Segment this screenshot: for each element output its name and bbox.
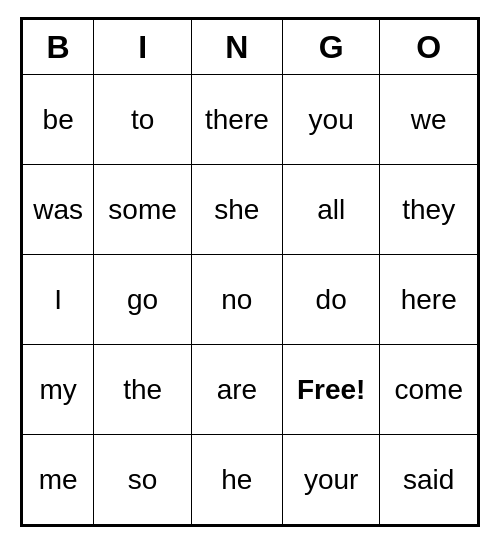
bingo-card: B I N G O betothereyouwewassomesheallthe…: [20, 17, 480, 527]
table-cell: there: [191, 75, 282, 165]
table-cell: we: [380, 75, 478, 165]
table-cell: was: [23, 165, 94, 255]
table-cell: they: [380, 165, 478, 255]
table-cell: Free!: [282, 345, 380, 435]
table-cell: to: [94, 75, 192, 165]
table-cell: the: [94, 345, 192, 435]
table-cell: are: [191, 345, 282, 435]
table-row: mesoheyoursaid: [23, 435, 478, 525]
table-row: betothereyouwe: [23, 75, 478, 165]
table-cell: go: [94, 255, 192, 345]
header-n: N: [191, 20, 282, 75]
table-cell: no: [191, 255, 282, 345]
bingo-table: B I N G O betothereyouwewassomesheallthe…: [22, 19, 478, 525]
table-cell: you: [282, 75, 380, 165]
table-cell: I: [23, 255, 94, 345]
table-row: wassomesheallthey: [23, 165, 478, 255]
table-cell: here: [380, 255, 478, 345]
header-b: B: [23, 20, 94, 75]
table-cell: all: [282, 165, 380, 255]
bingo-body: betothereyouwewassomeshealltheyIgonodohe…: [23, 75, 478, 525]
table-cell: so: [94, 435, 192, 525]
table-cell: be: [23, 75, 94, 165]
table-cell: me: [23, 435, 94, 525]
header-i: I: [94, 20, 192, 75]
table-cell: come: [380, 345, 478, 435]
table-cell: your: [282, 435, 380, 525]
header-row: B I N G O: [23, 20, 478, 75]
table-cell: my: [23, 345, 94, 435]
header-o: O: [380, 20, 478, 75]
table-cell: said: [380, 435, 478, 525]
table-cell: he: [191, 435, 282, 525]
header-g: G: [282, 20, 380, 75]
table-row: mytheareFree!come: [23, 345, 478, 435]
table-cell: she: [191, 165, 282, 255]
table-cell: do: [282, 255, 380, 345]
table-row: Igonodohere: [23, 255, 478, 345]
table-cell: some: [94, 165, 192, 255]
